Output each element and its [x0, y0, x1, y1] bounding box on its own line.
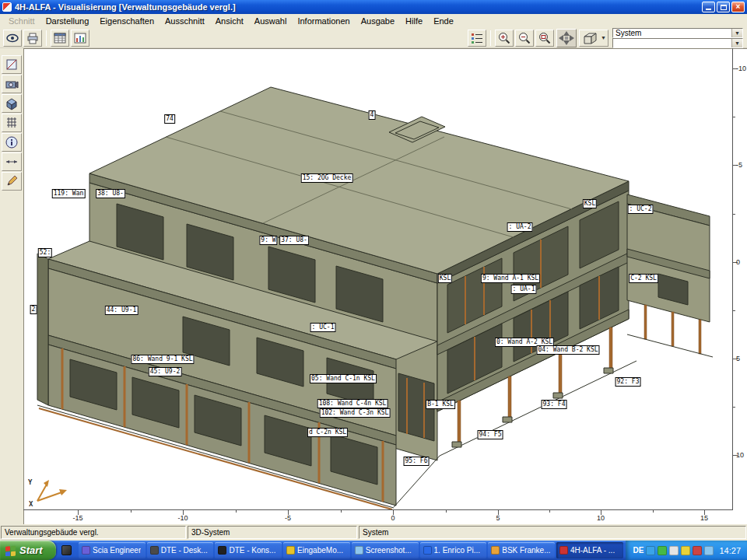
zoom-out-button[interactable] [515, 30, 534, 47]
status-view: System [359, 526, 746, 539]
axis-indicator [37, 480, 67, 501]
edit-tool-button[interactable] [2, 172, 22, 191]
element-label: 9: W [259, 236, 277, 245]
projection-button[interactable]: ▼ [579, 30, 608, 47]
taskbar-item-label: 4H-ALFA - ... [570, 546, 615, 555]
numbered-view-button[interactable] [468, 30, 486, 47]
element-label: 93: F4 [542, 400, 567, 409]
report-button[interactable] [71, 30, 89, 47]
quick-launch-icon[interactable] [61, 545, 72, 555]
ruler-value: 15 [700, 514, 708, 522]
taskbar-item-scia-engineer[interactable]: Scia Engineer [79, 542, 146, 558]
system-combobox[interactable]: System ▼ ▼ [612, 28, 743, 48]
taskbar-item-label: Scia Engineer [93, 546, 141, 555]
menu-ausschnitt[interactable]: Ausschnitt [160, 16, 210, 26]
element-label: : UA-1 [511, 285, 537, 294]
combobox-arrow-button[interactable]: ▼ [731, 29, 742, 37]
taskbar-item-screenshot[interactable]: Screenshot... [352, 542, 419, 558]
taskbar-app-icon [559, 546, 568, 555]
statusbar: Verwaltungsgebäude vergl. 3D-System Syst… [0, 524, 747, 541]
table-button[interactable] [51, 30, 69, 47]
taskbar-item-label: 1. Enrico Pi... [434, 546, 480, 555]
render-tool-button[interactable] [2, 94, 22, 113]
section-tool-button[interactable] [2, 55, 22, 74]
zoom-out-icon [517, 31, 531, 45]
menu-auswahl[interactable]: Auswahl [249, 16, 293, 26]
zoom-window-icon [538, 31, 552, 45]
ruler-tick-minor [733, 407, 735, 408]
titlebar: 4H-ALFA - Visualisierung [Verwaltungsgeb… [0, 0, 747, 14]
menu-ende[interactable]: Ende [428, 16, 459, 26]
taskbar-item-bsk-franke[interactable]: BSK Franke... [488, 542, 555, 558]
zoom-in-button[interactable] [495, 30, 514, 47]
view-eye-button[interactable] [3, 30, 22, 47]
element-label: 05: Wand C-1n KSL [310, 374, 377, 383]
table-icon [53, 31, 67, 45]
combobox-arrow-button[interactable]: ▼ [731, 39, 742, 47]
menu-eigenschaften[interactable]: Eigenschaften [94, 16, 160, 26]
language-indicator[interactable]: DE [633, 546, 644, 555]
taskbar-app-icon [286, 546, 295, 555]
grid-tool-button[interactable] [2, 114, 22, 132]
ruler-value: 5 [736, 355, 740, 362]
taskbar-item-4h-alfa[interactable]: 4H-ALFA - ... [556, 542, 623, 558]
menu-schnitt: Schnitt [3, 16, 40, 26]
dimension-icon [5, 155, 19, 169]
tray-icon-1[interactable] [646, 546, 655, 555]
measure-tool-button[interactable] [2, 152, 22, 171]
element-label: KSL [583, 199, 597, 208]
element-label: : UC-2 [628, 205, 654, 214]
taskbar-item-dte-kons[interactable]: DTE - Kons... [215, 542, 282, 558]
ruler-value: -15 [72, 514, 82, 522]
taskbar-item-dte-desk[interactable]: DTE - Desk... [147, 542, 214, 558]
element-label: 92: F3 [615, 377, 641, 387]
menu-informationen[interactable]: Informationen [292, 16, 355, 26]
close-button[interactable]: × [731, 2, 745, 12]
ruler-tick-minor [446, 510, 447, 513]
element-label: 15: 2OG Decke [301, 173, 353, 183]
info-tool-button[interactable] [2, 133, 22, 152]
ruler-tick-minor [236, 510, 237, 513]
view-tool-button[interactable] [2, 75, 22, 93]
menu-hilfe[interactable]: Hilfe [400, 16, 428, 26]
minimize-button[interactable] [702, 2, 715, 12]
taskbar-item-label: EingabeMo... [297, 546, 343, 555]
element-label: 108: Wand C-4n KSL [317, 399, 388, 408]
menu-darstellung[interactable]: Darstellung [40, 16, 95, 26]
ruler-tick-minor [131, 510, 132, 513]
ruler-value: 0 [736, 258, 740, 266]
element-label: 102: Wand C-3n KSL [320, 408, 391, 418]
start-button[interactable]: Start [0, 541, 56, 560]
tray-icon-3[interactable] [669, 546, 679, 555]
pan-control[interactable] [556, 29, 577, 47]
ruler-tick-minor [733, 214, 735, 215]
zoom-window-button[interactable] [535, 30, 554, 47]
secondary-combobox-value [613, 39, 731, 47]
status-project: Verwaltungsgebäude vergl. [1, 526, 186, 539]
menu-ansicht[interactable]: Ansicht [210, 16, 249, 26]
ruler-horizontal: -15-10-5051015 [23, 509, 733, 524]
tray-icon-4[interactable] [681, 546, 690, 555]
element-label: 52: [38, 248, 52, 257]
element-label: 4 [369, 110, 376, 120]
pencil-icon [5, 174, 19, 188]
taskbar-item-1-enrico-pi[interactable]: 1. Enrico Pi... [420, 542, 487, 558]
element-label: : UC-1 [310, 323, 336, 332]
taskbar-app-icon [150, 546, 159, 555]
maximize-button[interactable] [717, 2, 730, 12]
menubar: SchnittDarstellungEigenschaftenAusschnit… [0, 14, 747, 28]
tray-icon-6[interactable] [704, 546, 714, 555]
clock[interactable]: 14:27 [719, 546, 741, 555]
tray-icon-2[interactable] [658, 546, 667, 555]
taskbar-app-icon [423, 546, 432, 555]
taskbar-item-eingabemo[interactable]: EingabeMo... [283, 542, 350, 558]
element-label: B-1 KSL [426, 400, 455, 409]
ruler-tick-minor [549, 510, 550, 513]
tray-icon-5[interactable] [693, 546, 702, 555]
drawing-canvas[interactable]: 74415: 2OG Decke119: Wan38: U8-9: W37: U… [23, 48, 747, 524]
print-button[interactable] [23, 30, 42, 47]
building-model[interactable] [37, 87, 713, 509]
main-area: 74415: 2OG Decke119: Wan38: U8-9: W37: U… [0, 48, 747, 524]
app-icon [2, 2, 12, 12]
menu-ausgabe[interactable]: Ausgabe [356, 16, 400, 26]
